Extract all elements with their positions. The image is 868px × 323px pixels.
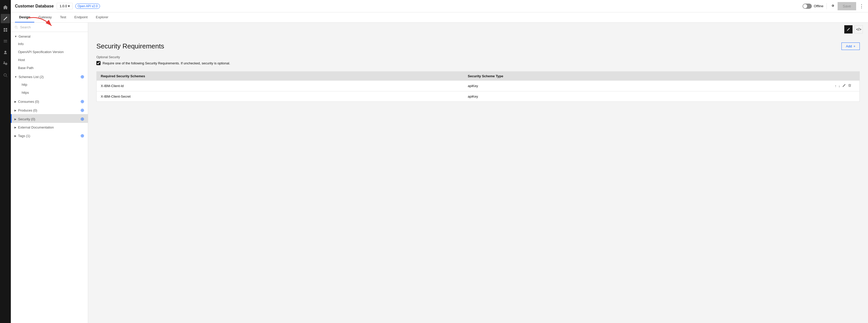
sidebar-section-schemes: ▼ Schemes List (2) ⊕ http https <box>11 72 88 97</box>
sidebar-group-tags[interactable]: ▶ Tags (1) ⊕ <box>11 131 88 139</box>
add-consumes-button[interactable]: ⊕ <box>81 99 84 104</box>
sidebar-group-consumes-label: Consumes (0) <box>18 100 39 103</box>
sidebar-group-tags-label: Tags (1) <box>18 134 30 138</box>
open-api-badge: Open API v2.0 <box>75 4 100 9</box>
header-divider <box>827 3 827 9</box>
sidebar-item-base-path[interactable]: Base Path <box>11 64 88 72</box>
code-view-button[interactable]: </> <box>855 25 863 33</box>
col-header-schemes: Required Security Schemes <box>101 74 468 78</box>
optional-security-label: Optional Security <box>96 55 860 59</box>
left-navigation <box>0 0 11 323</box>
sidebar-group-external-docs[interactable]: ▶ External Documentation <box>11 123 88 131</box>
scheme-name-cell: X-IBM-Client-Id <box>101 84 468 88</box>
sidebar-group-consumes[interactable]: ▶ Consumes (0) ⊕ <box>11 97 88 105</box>
search-icon-nav[interactable] <box>1 71 10 80</box>
sidebar-section-general: ▼ General Info OpenAPI Specification Ver… <box>11 32 88 72</box>
content-area: </> Security Requirements Add + Optional… <box>88 23 868 323</box>
host-arrow-annotation <box>11 56 13 64</box>
edit-icon[interactable] <box>1 14 10 23</box>
toggle-knob <box>803 4 807 8</box>
sidebar-section-produces: ▶ Produces (0) ⊕ <box>11 105 88 114</box>
move-down-icon[interactable]: ↓ <box>839 84 840 88</box>
list-icon[interactable] <box>1 37 10 46</box>
scheme-name-cell: X-IBM-Client-Secret <box>101 95 468 98</box>
col-header-actions <box>835 74 856 78</box>
chevron-down-icon: ▾ <box>68 4 70 8</box>
version-label: 1.0.0 <box>60 4 67 8</box>
sidebar-group-security[interactable]: ▶ Security (0) ⊕ <box>11 114 88 123</box>
chevron-right-icon: ▶ <box>14 118 17 121</box>
scheme-type-cell: apiKey <box>468 95 835 98</box>
tab-endpoint[interactable]: Endpoint <box>70 12 92 23</box>
api-title: Customer Database <box>15 4 54 8</box>
top-header: Customer Database 1.0.0 ▾ Open API v2.0 … <box>11 0 868 12</box>
delete-row-icon[interactable] <box>848 84 851 88</box>
sidebar-group-produces[interactable]: ▶ Produces (0) ⊕ <box>11 105 88 114</box>
table-row: X-IBM-Client-Id apiKey ↑ ↓ <box>97 80 860 91</box>
scheme-type-cell: apiKey <box>468 84 835 88</box>
table-row: X-IBM-Client-Secret apiKey <box>97 91 860 101</box>
edit-row-icon[interactable] <box>842 84 846 88</box>
sidebar-item-https[interactable]: https <box>11 89 88 97</box>
table-header-row: Required Security Schemes Security Schem… <box>97 72 860 80</box>
optional-security-checkbox-label: Require one of the following Security Re… <box>102 61 230 65</box>
offline-toggle-group: Offline <box>803 4 824 9</box>
offline-toggle[interactable] <box>803 4 812 9</box>
sidebar-section-consumes: ▶ Consumes (0) ⊕ <box>11 97 88 105</box>
sidebar-item-http[interactable]: http <box>11 80 88 89</box>
search-input[interactable] <box>20 25 84 29</box>
offline-label: Offline <box>814 4 824 8</box>
main-content-wrapper: Customer Database 1.0.0 ▾ Open API v2.0 … <box>11 0 868 323</box>
chevron-right-icon: ▶ <box>14 126 17 129</box>
version-dropdown[interactable]: 1.0.0 ▾ <box>57 3 73 9</box>
tab-gateway[interactable]: Gateway <box>34 12 56 23</box>
add-tags-button[interactable]: ⊕ <box>81 133 84 138</box>
settings-icon[interactable] <box>1 59 10 68</box>
home-icon[interactable] <box>1 3 10 12</box>
chevron-right-icon: ▶ <box>14 100 17 103</box>
settings-gear-icon[interactable] <box>830 3 835 9</box>
add-requirement-icon: + <box>853 44 856 48</box>
search-icon <box>14 26 18 29</box>
add-scheme-button[interactable]: ⊕ <box>81 74 84 79</box>
search-bar <box>11 23 88 32</box>
optional-security-checkbox[interactable] <box>96 61 100 65</box>
tab-explorer[interactable]: Explorer <box>92 12 112 23</box>
code-icon: </> <box>856 27 861 31</box>
security-table: Required Security Schemes Security Schem… <box>96 71 860 102</box>
tab-test[interactable]: Test <box>56 12 70 23</box>
edit-view-button[interactable] <box>844 25 852 33</box>
chevron-right-icon: ▶ <box>14 109 17 112</box>
chevron-right-icon: ▶ <box>14 134 17 137</box>
sidebar-group-general-label: General <box>19 34 30 38</box>
section-title: Security Requirements <box>96 42 164 50</box>
more-options-icon[interactable]: ⋮ <box>859 3 864 9</box>
move-up-icon[interactable]: ↑ <box>835 84 837 88</box>
save-button[interactable]: Save <box>838 2 856 10</box>
sidebar-group-schemes-label: Schemes List (2) <box>19 75 44 79</box>
section-header: Security Requirements Add + <box>96 42 860 50</box>
sidebar-item-host[interactable]: Host <box>11 56 88 64</box>
content-body: Security Requirements Add + Optional Sec… <box>88 36 868 323</box>
person-icon[interactable] <box>1 48 10 57</box>
sidebar-group-produces-label: Produces (0) <box>18 108 37 112</box>
sidebar: ▼ General Info OpenAPI Specification Ver… <box>11 23 88 323</box>
content-toolbar: </> <box>88 23 868 36</box>
header-right: Offline Save ⋮ <box>803 2 864 10</box>
sidebar-group-security-label: Security (0) <box>18 117 35 121</box>
add-requirement-button[interactable]: Add + <box>841 42 860 50</box>
optional-security-row: Require one of the following Security Re… <box>96 61 860 65</box>
sidebar-group-general[interactable]: ▼ General <box>11 32 88 40</box>
tab-design[interactable]: Design <box>15 12 34 23</box>
sidebar-group-schemes[interactable]: ▼ Schemes List (2) ⊕ <box>11 72 88 80</box>
sidebar-item-openapi-version[interactable]: OpenAPI Specification Version <box>11 48 88 56</box>
tabs-bar: Design Gateway Test Endpoint Explorer <box>11 12 868 23</box>
grid-icon[interactable] <box>1 25 10 34</box>
row-actions: ↑ ↓ <box>835 84 856 88</box>
sidebar-section-tags: ▶ Tags (1) ⊕ <box>11 131 88 139</box>
add-security-button[interactable]: ⊕ <box>81 117 84 121</box>
sidebar-section-external-docs: ▶ External Documentation <box>11 123 88 131</box>
sidebar-group-external-docs-label: External Documentation <box>18 125 54 129</box>
sidebar-item-info[interactable]: Info <box>11 40 88 48</box>
add-produces-button[interactable]: ⊕ <box>81 108 84 112</box>
